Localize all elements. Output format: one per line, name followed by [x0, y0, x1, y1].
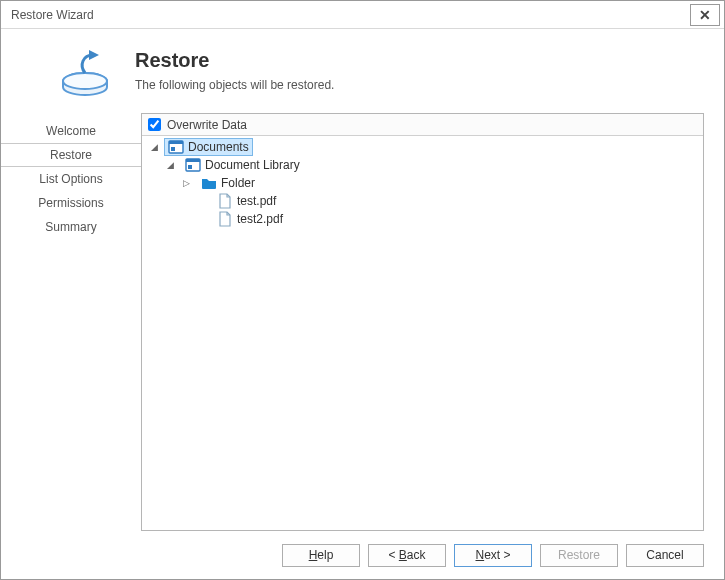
sidebar-item-restore[interactable]: Restore [1, 143, 142, 167]
close-button[interactable]: ✕ [690, 4, 720, 26]
tree-container: Overwrite Data ◢ Documents [141, 113, 704, 531]
content: Restore The following objects will be re… [141, 29, 724, 531]
file-icon [217, 211, 233, 227]
help-button[interactable]: Help [282, 544, 360, 567]
sidebar-item-permissions[interactable]: Permissions [1, 191, 141, 215]
sidebar: Welcome Restore List Options Permissions… [1, 29, 141, 531]
restore-header-icon [57, 49, 117, 99]
expander-icon[interactable]: ◢ [164, 160, 176, 170]
close-icon: ✕ [699, 7, 711, 23]
sidebar-item-label: Summary [45, 220, 96, 234]
page-title: Restore [135, 49, 334, 72]
svg-rect-7 [188, 165, 192, 169]
expander-icon[interactable]: ▷ [180, 178, 192, 188]
next-button[interactable]: Next > [454, 544, 532, 567]
svg-point-1 [63, 73, 107, 89]
sidebar-item-summary[interactable]: Summary [1, 215, 141, 239]
cancel-button[interactable]: Cancel [626, 544, 704, 567]
tree-label: test2.pdf [237, 212, 283, 226]
tree-node-file[interactable]: test2.pdf [142, 210, 703, 228]
main-row: Welcome Restore List Options Permissions… [1, 29, 724, 531]
titlebar: Restore Wizard ✕ [1, 1, 724, 29]
sidebar-item-label: List Options [39, 172, 102, 186]
tree-label: test.pdf [237, 194, 276, 208]
tree-node-file[interactable]: test.pdf [142, 192, 703, 210]
header-text: Restore The following objects will be re… [135, 49, 334, 92]
page-subtitle: The following objects will be restored. [135, 78, 334, 92]
tree-header: Overwrite Data [142, 114, 703, 136]
back-button[interactable]: < Back [368, 544, 446, 567]
body: Welcome Restore List Options Permissions… [1, 29, 724, 579]
folder-icon [201, 175, 217, 191]
tree-label: Folder [221, 176, 255, 190]
tree-node-library[interactable]: ◢ Document Library [142, 156, 703, 174]
sidebar-item-welcome[interactable]: Welcome [1, 119, 141, 143]
tree-label: Documents [188, 140, 249, 154]
tree-node-folder[interactable]: ▷ Folder [142, 174, 703, 192]
restore-button[interactable]: Restore [540, 544, 618, 567]
overwrite-checkbox[interactable] [148, 118, 161, 131]
overwrite-label: Overwrite Data [167, 118, 247, 132]
window-title: Restore Wizard [11, 8, 94, 22]
sidebar-item-label: Permissions [38, 196, 103, 210]
button-row: Help < Back Next > Restore Cancel [1, 531, 724, 579]
svg-rect-4 [171, 147, 175, 151]
svg-rect-3 [169, 141, 183, 144]
sidebar-item-label: Welcome [46, 124, 96, 138]
tree-node-documents[interactable]: ◢ Documents [142, 138, 703, 156]
tree-label: Document Library [205, 158, 300, 172]
svg-rect-6 [186, 159, 200, 162]
tree: ◢ Documents ◢ [142, 136, 703, 230]
site-icon [185, 157, 201, 173]
site-icon [168, 139, 184, 155]
expander-icon[interactable]: ◢ [148, 142, 160, 152]
sidebar-item-list-options[interactable]: List Options [1, 167, 141, 191]
sidebar-item-label: Restore [50, 148, 92, 162]
file-icon [217, 193, 233, 209]
wizard-window: Restore Wizard ✕ Welcome Restore List Op… [0, 0, 725, 580]
header: Restore The following objects will be re… [141, 29, 704, 113]
